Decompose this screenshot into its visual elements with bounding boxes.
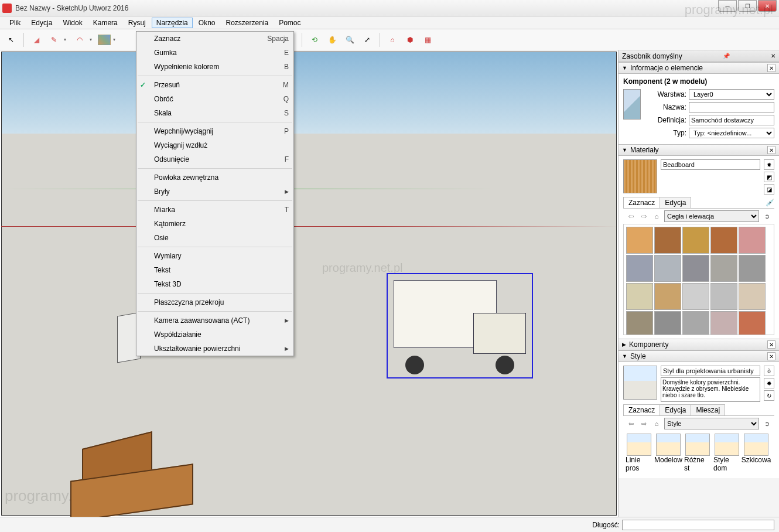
type-select[interactable]: Typ: <niezdefiniow... <box>689 128 774 138</box>
styles-tab-mix[interactable]: Mieszaj <box>691 404 725 415</box>
eraser-tool[interactable]: ◢ <box>29 32 44 47</box>
material-swatch[interactable] <box>739 283 766 310</box>
nav-back-icon[interactable]: ⇦ <box>626 418 636 429</box>
materials-tab-select[interactable]: Zaznacz <box>623 197 660 208</box>
menu-item[interactable]: Kątomierz <box>136 217 293 231</box>
menu-kamera[interactable]: Kamera <box>88 18 122 28</box>
select-tool[interactable]: ↖ <box>4 32 19 47</box>
nav-back-icon[interactable]: ⇦ <box>626 211 636 221</box>
menu-narzędzia[interactable]: Narzędzia <box>152 18 193 28</box>
material-name-input[interactable] <box>661 159 760 170</box>
zoom-extents-tool[interactable]: ⤢ <box>360 32 375 47</box>
material-swatch[interactable] <box>626 255 653 282</box>
current-material-swatch[interactable] <box>623 159 657 193</box>
menu-item[interactable]: Kamera zaawansowana (ACT)▶ <box>136 313 293 328</box>
default-material-icon[interactable]: ◩ <box>764 172 774 182</box>
layout-button[interactable]: ▦ <box>420 32 435 47</box>
menu-item[interactable]: SkalaS <box>136 106 293 120</box>
material-swatch[interactable] <box>654 255 681 282</box>
menu-item[interactable]: Bryły▶ <box>136 185 293 199</box>
style-refresh-icon[interactable]: ↻ <box>764 390 774 401</box>
material-swatch[interactable] <box>654 227 681 254</box>
current-style-thumb[interactable] <box>623 366 657 400</box>
menu-item[interactable]: Współdziałanie <box>136 328 293 342</box>
style-name-input[interactable] <box>661 366 760 376</box>
model-truck-selected[interactable] <box>387 273 533 378</box>
menu-item[interactable]: ObróćQ <box>136 92 293 106</box>
menu-item[interactable]: Osie <box>136 231 293 245</box>
material-swatch[interactable] <box>710 311 737 335</box>
menu-item[interactable]: Tekst 3D <box>136 277 293 291</box>
menu-item[interactable]: Płaszczyzna przekroju <box>136 295 293 309</box>
pencil-tool[interactable]: ✎ <box>46 32 62 47</box>
style-thumb[interactable]: Modelow <box>655 434 682 472</box>
material-swatch[interactable] <box>626 311 653 335</box>
styles-tab-select[interactable]: Zaznacz <box>623 404 660 415</box>
eyedropper-icon[interactable]: 💉 <box>766 199 774 207</box>
model-bed[interactable] <box>64 437 199 519</box>
style-thumb[interactable]: Style dom <box>713 434 740 472</box>
panel-close-icon[interactable]: ✕ <box>767 146 775 154</box>
menu-item[interactable]: Ukształtowanie powierzchni▶ <box>136 342 293 356</box>
material-swatch[interactable] <box>626 227 653 254</box>
material-swatch[interactable] <box>682 283 709 310</box>
menu-item[interactable]: ZaznaczSpacja <box>136 32 293 46</box>
back-face-icon[interactable]: ◪ <box>764 184 774 195</box>
styles-header[interactable]: ▼Style ✕ <box>619 350 779 362</box>
menu-item[interactable]: Wypełnienie koloremB <box>136 60 293 74</box>
menu-okno[interactable]: Okno <box>194 18 220 28</box>
materials-tab-edit[interactable]: Edycja <box>660 197 691 208</box>
pin-icon[interactable]: 📌 <box>723 53 730 59</box>
entity-info-header[interactable]: ▼Informacje o elemencie ✕ <box>619 62 779 74</box>
menu-item[interactable]: OdsunięcieF <box>136 152 293 166</box>
warehouse-button[interactable]: ⌂ <box>385 32 400 47</box>
measurement-input[interactable] <box>622 520 774 530</box>
menu-item[interactable]: Tekst <box>136 263 293 277</box>
entity-thumbnail[interactable] <box>623 89 641 120</box>
menu-item[interactable]: GumkaE <box>136 46 293 60</box>
menu-item[interactable]: MiarkaT <box>136 203 293 217</box>
style-update-icon[interactable]: ò <box>764 366 774 376</box>
details-icon[interactable]: ➲ <box>761 418 772 429</box>
menu-rysuj[interactable]: Rysuj <box>124 18 151 28</box>
tray-close-icon[interactable]: ✕ <box>771 53 775 59</box>
home-icon[interactable]: ⌂ <box>651 418 662 429</box>
menu-item[interactable]: Powłoka zewnętrzna <box>136 170 293 185</box>
panel-close-icon[interactable]: ✕ <box>767 352 775 360</box>
material-swatch[interactable] <box>682 255 709 282</box>
menu-item[interactable]: ✓PrzesuńM <box>136 78 293 92</box>
material-swatch[interactable] <box>710 227 737 254</box>
material-swatch[interactable] <box>682 227 709 254</box>
material-swatch[interactable] <box>654 283 681 310</box>
material-swatch[interactable] <box>739 255 766 282</box>
definition-input[interactable] <box>689 115 774 125</box>
material-swatch[interactable] <box>710 255 737 282</box>
menu-item[interactable]: Wepchnij/wyciągnijP <box>136 124 293 138</box>
menu-edycja[interactable]: Edycja <box>26 18 57 28</box>
material-swatch[interactable] <box>654 311 681 335</box>
menu-plik[interactable]: Plik <box>5 18 25 28</box>
pan-tool[interactable]: ✋ <box>324 32 340 47</box>
name-input[interactable] <box>689 102 774 112</box>
arc-tool[interactable]: ◠ <box>72 32 87 47</box>
orbit-tool[interactable]: ⟲ <box>307 32 322 47</box>
style-create-icon[interactable]: ✸ <box>764 378 774 388</box>
menu-item[interactable]: Wyciągnij wzdłuż <box>136 138 293 152</box>
style-thumb[interactable]: Szkicowa <box>743 434 770 472</box>
nav-fwd-icon[interactable]: ⇨ <box>638 418 649 429</box>
nav-fwd-icon[interactable]: ⇨ <box>638 211 649 221</box>
home-icon[interactable]: ⌂ <box>651 211 662 221</box>
layer-select[interactable]: Layer0 <box>689 89 774 100</box>
material-swatch[interactable] <box>682 311 709 335</box>
material-category-select[interactable]: Cegła i elewacja <box>664 210 759 222</box>
material-swatch[interactable] <box>739 227 766 254</box>
material-swatch[interactable] <box>739 311 766 335</box>
menu-item[interactable]: Wymiary <box>136 249 293 263</box>
rect-tool[interactable] <box>98 35 111 45</box>
panel-close-icon[interactable]: ✕ <box>767 340 775 349</box>
panel-close-icon[interactable]: ✕ <box>767 64 775 72</box>
styles-tab-edit[interactable]: Edycja <box>660 404 691 415</box>
extension-button[interactable]: ⬢ <box>402 32 418 47</box>
menu-rozszerzenia[interactable]: Rozszerzenia <box>221 18 273 28</box>
zoom-tool[interactable]: 🔍 <box>342 32 357 47</box>
